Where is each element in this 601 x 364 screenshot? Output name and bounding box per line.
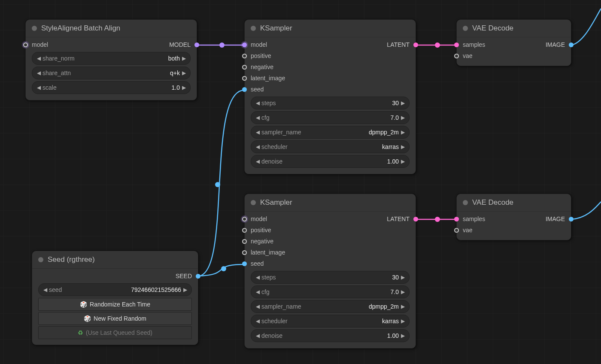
widget-value: 792466021525666 (131, 286, 181, 293)
widget-share-attn[interactable]: ◀ share_attn q+k ▶ (32, 67, 191, 79)
node-title[interactable]: Seed (rgthree) (32, 251, 198, 269)
triangle-left-icon[interactable]: ◀ (255, 129, 261, 135)
triangle-left-icon[interactable]: ◀ (255, 303, 261, 309)
input-port-negative[interactable] (242, 65, 247, 70)
widget-value: 30 (392, 100, 399, 106)
triangle-right-icon[interactable]: ▶ (182, 287, 188, 293)
node-title[interactable]: StyleAligned Batch Align (26, 20, 197, 37)
widget-denoise[interactable]: ◀denoise1.00▶ (251, 155, 410, 168)
widget-denoise[interactable]: ◀denoise1.00▶ (251, 329, 410, 342)
triangle-right-icon[interactable]: ▶ (400, 129, 406, 135)
widget-steps[interactable]: ◀steps30▶ (251, 97, 410, 109)
triangle-left-icon[interactable]: ◀ (255, 115, 261, 121)
output-port-image[interactable] (569, 217, 574, 221)
widget-scale[interactable]: ◀ scale 1.0 ▶ (32, 81, 191, 94)
output-port-model[interactable] (194, 42, 199, 47)
output-port-latent[interactable] (413, 42, 418, 47)
node-ksampler-1[interactable]: KSampler model LATENT positive negative … (244, 19, 416, 174)
triangle-left-icon[interactable]: ◀ (255, 318, 261, 324)
triangle-left-icon[interactable]: ◀ (255, 158, 261, 164)
randomize-each-time-button[interactable]: 🎲 Randomize Each Time (38, 298, 192, 311)
widget-scheduler[interactable]: ◀schedulerkarras▶ (251, 140, 410, 153)
triangle-left-icon[interactable]: ◀ (255, 289, 261, 295)
input-label-model: model (251, 215, 267, 222)
widget-steps[interactable]: ◀steps30▶ (251, 271, 410, 284)
triangle-right-icon[interactable]: ▶ (400, 100, 406, 106)
output-port-seed[interactable] (196, 274, 200, 279)
node-vae-decode-1[interactable]: VAE Decode samples IMAGE vae (456, 19, 571, 66)
input-port-vae[interactable] (454, 54, 459, 58)
input-port-samples[interactable] (454, 42, 459, 47)
node-title[interactable]: VAE Decode (457, 194, 571, 212)
triangle-right-icon[interactable]: ▶ (181, 70, 187, 76)
widget-value: both (168, 55, 180, 62)
triangle-right-icon[interactable]: ▶ (400, 318, 406, 324)
input-port-vae[interactable] (454, 228, 459, 233)
input-label-vae: vae (463, 52, 473, 59)
node-title[interactable]: KSampler (245, 20, 416, 37)
output-label-latent: LATENT (387, 41, 410, 48)
input-port-seed[interactable] (242, 87, 247, 92)
input-port-positive[interactable] (242, 54, 247, 58)
collapse-dot-icon[interactable] (251, 26, 256, 31)
triangle-left-icon[interactable]: ◀ (255, 274, 261, 280)
input-port-samples[interactable] (454, 217, 459, 221)
widget-scheduler[interactable]: ◀schedulerkarras▶ (251, 315, 410, 328)
use-last-queued-seed-button[interactable]: ♻ (Use Last Queued Seed) (38, 326, 192, 339)
node-seed-rgthree[interactable]: Seed (rgthree) SEED ◀ seed 7924660215256… (32, 251, 198, 345)
input-port-latent-image[interactable] (242, 76, 247, 81)
widget-cfg[interactable]: ◀cfg7.0▶ (251, 111, 410, 124)
node-title[interactable]: VAE Decode (457, 20, 571, 37)
collapse-dot-icon[interactable] (463, 26, 468, 31)
collapse-dot-icon[interactable] (38, 257, 43, 262)
input-port-model[interactable] (242, 42, 247, 47)
widget-sampler-name[interactable]: ◀sampler_namedpmpp_2m▶ (251, 300, 410, 313)
node-title[interactable]: KSampler (245, 194, 416, 212)
triangle-right-icon[interactable]: ▶ (181, 55, 187, 61)
triangle-left-icon[interactable]: ◀ (36, 55, 42, 61)
triangle-right-icon[interactable]: ▶ (181, 85, 187, 91)
triangle-right-icon[interactable]: ▶ (400, 333, 406, 339)
widget-share-norm[interactable]: ◀ share_norm both ▶ (32, 52, 191, 65)
node-ksampler-2[interactable]: KSampler model LATENT positive negative … (244, 194, 416, 349)
output-label-model: MODEL (169, 41, 191, 48)
node-graph-canvas[interactable]: StyleAligned Batch Align model MODEL ◀ s… (0, 0, 601, 364)
triangle-left-icon[interactable]: ◀ (36, 70, 42, 76)
triangle-right-icon[interactable]: ▶ (400, 115, 406, 121)
widget-label: scheduler (261, 143, 288, 150)
widget-cfg[interactable]: ◀cfg7.0▶ (251, 285, 410, 298)
triangle-left-icon[interactable]: ◀ (36, 85, 42, 91)
triangle-right-icon[interactable]: ▶ (400, 289, 406, 295)
collapse-dot-icon[interactable] (251, 200, 256, 205)
widget-sampler-name[interactable]: ◀sampler_namedpmpp_2m▶ (251, 126, 410, 139)
input-port-model[interactable] (23, 42, 28, 47)
triangle-right-icon[interactable]: ▶ (400, 303, 406, 309)
triangle-right-icon[interactable]: ▶ (400, 144, 406, 150)
input-port-seed[interactable] (242, 261, 247, 266)
triangle-left-icon[interactable]: ◀ (42, 287, 48, 293)
widget-value: 7.0 (391, 288, 399, 295)
triangle-left-icon[interactable]: ◀ (255, 144, 261, 150)
output-port-image[interactable] (569, 42, 574, 47)
button-label: (Use Last Queued Seed) (86, 329, 152, 336)
node-stylealigned-batch-align[interactable]: StyleAligned Batch Align model MODEL ◀ s… (25, 19, 197, 100)
widget-value: 30 (392, 274, 399, 281)
widget-seed[interactable]: ◀ seed 792466021525666 ▶ (38, 283, 192, 296)
triangle-right-icon[interactable]: ▶ (400, 158, 406, 164)
triangle-right-icon[interactable]: ▶ (400, 274, 406, 280)
collapse-dot-icon[interactable] (32, 26, 37, 31)
widget-value: 7.0 (391, 114, 399, 121)
input-port-negative[interactable] (242, 239, 247, 244)
input-label-latent-image: latent_image (251, 249, 285, 256)
triangle-left-icon[interactable]: ◀ (255, 333, 261, 339)
input-port-positive[interactable] (242, 228, 247, 233)
triangle-left-icon[interactable]: ◀ (255, 100, 261, 106)
output-port-latent[interactable] (413, 217, 418, 221)
node-vae-decode-2[interactable]: VAE Decode samples IMAGE vae (456, 194, 571, 240)
recycle-icon: ♻ (78, 329, 83, 336)
collapse-dot-icon[interactable] (463, 200, 468, 205)
new-fixed-random-button[interactable]: 🎲 New Fixed Random (38, 312, 192, 325)
input-port-latent-image[interactable] (242, 250, 247, 255)
widget-value: dpmpp_2m (369, 129, 399, 136)
input-port-model[interactable] (242, 217, 247, 221)
